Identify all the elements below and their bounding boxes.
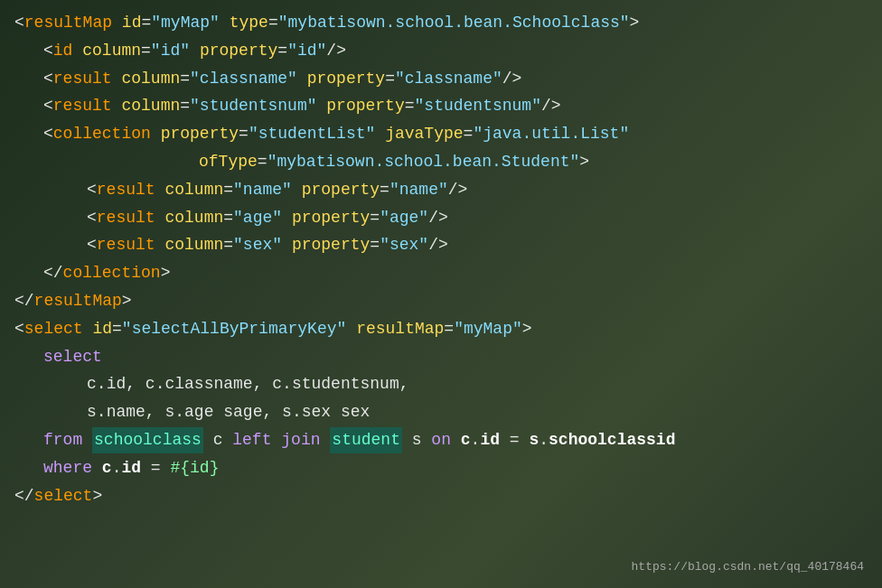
tag-resultmap: resultMap [24, 10, 112, 36]
attr-type: type [230, 10, 268, 36]
code-line-7: <result column="name" property="name"/> [0, 176, 882, 204]
table-schoolclass: schoolclass [92, 427, 203, 453]
code-line-16: from schoolclass c left join student s o… [0, 426, 882, 454]
code-line-13: select [0, 343, 882, 371]
code-line-6: ofType="mybatisown.school.bean.Student"> [0, 148, 882, 176]
table-student: student [330, 427, 402, 453]
code-line-1: <resultMap id="myMap" type="mybatisown.s… [0, 9, 882, 37]
code-line-15: s.name, s.age sage, s.sex sex [0, 398, 882, 426]
attr-id: id [122, 10, 142, 36]
code-line-3: <result column="classname" property="cla… [0, 65, 882, 93]
code-line-10: </collection> [0, 259, 882, 287]
code-line-17: where c.id = #{id} [0, 454, 882, 482]
code-block: <resultMap id="myMap" type="mybatisown.s… [0, 0, 882, 588]
url-watermark: https://blog.csdn.net/qq_40178464 [632, 558, 864, 577]
code-line-4: <result column="studentsnum" property="s… [0, 92, 882, 120]
code-line-2: <id column="id" property="id"/> [0, 37, 882, 65]
code-line-18: </select> [0, 482, 882, 510]
code-line-11: </resultMap> [0, 287, 882, 315]
code-line-5: <collection property="studentList" javaT… [0, 120, 882, 148]
code-line-14: c.id, c.classname, c.studentsnum, [0, 370, 882, 398]
code-line-8: <result column="age" property="age"/> [0, 204, 882, 232]
angle-bracket: < [14, 10, 24, 36]
code-line-9: <result column="sex" property="sex"/> [0, 231, 882, 259]
code-line-12: <select id="selectAllByPrimaryKey" resul… [0, 315, 882, 343]
